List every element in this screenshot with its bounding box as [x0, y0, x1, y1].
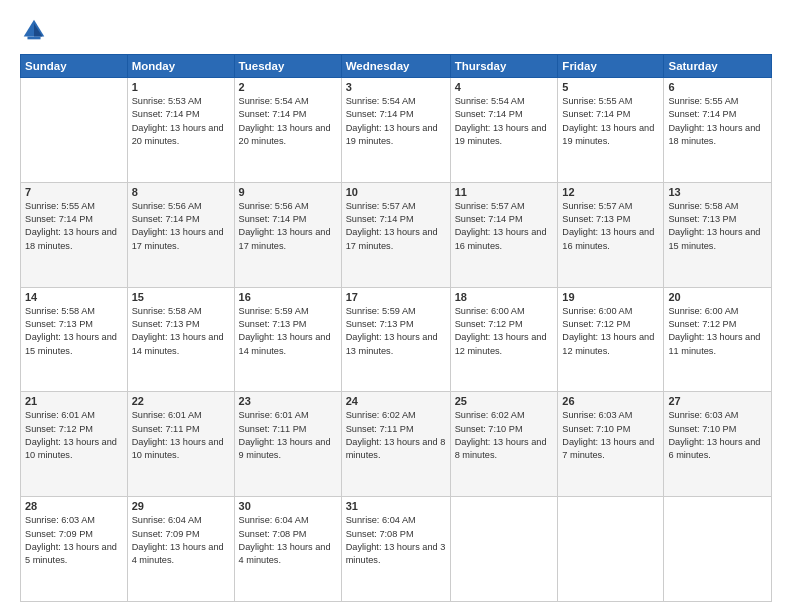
calendar-cell: 23 Sunrise: 6:01 AMSunset: 7:11 PMDaylig…	[234, 392, 341, 497]
day-number: 19	[562, 291, 659, 303]
calendar-cell: 1 Sunrise: 5:53 AMSunset: 7:14 PMDayligh…	[127, 78, 234, 183]
day-number: 13	[668, 186, 767, 198]
cell-info: Sunrise: 5:58 AMSunset: 7:13 PMDaylight:…	[668, 200, 767, 253]
cell-info: Sunrise: 5:55 AMSunset: 7:14 PMDaylight:…	[25, 200, 123, 253]
cell-info: Sunrise: 6:02 AMSunset: 7:10 PMDaylight:…	[455, 409, 554, 462]
day-number: 1	[132, 81, 230, 93]
calendar-table: SundayMondayTuesdayWednesdayThursdayFrid…	[20, 54, 772, 602]
header	[20, 16, 772, 44]
cell-info: Sunrise: 5:55 AMSunset: 7:14 PMDaylight:…	[668, 95, 767, 148]
cell-info: Sunrise: 5:54 AMSunset: 7:14 PMDaylight:…	[239, 95, 337, 148]
day-number: 3	[346, 81, 446, 93]
calendar-cell: 8 Sunrise: 5:56 AMSunset: 7:14 PMDayligh…	[127, 182, 234, 287]
day-number: 31	[346, 500, 446, 512]
day-number: 25	[455, 395, 554, 407]
calendar-cell: 30 Sunrise: 6:04 AMSunset: 7:08 PMDaylig…	[234, 497, 341, 602]
cell-info: Sunrise: 5:58 AMSunset: 7:13 PMDaylight:…	[132, 305, 230, 358]
day-number: 17	[346, 291, 446, 303]
cell-info: Sunrise: 5:56 AMSunset: 7:14 PMDaylight:…	[132, 200, 230, 253]
calendar-cell: 14 Sunrise: 5:58 AMSunset: 7:13 PMDaylig…	[21, 287, 128, 392]
day-number: 15	[132, 291, 230, 303]
week-row-2: 7 Sunrise: 5:55 AMSunset: 7:14 PMDayligh…	[21, 182, 772, 287]
day-number: 27	[668, 395, 767, 407]
calendar-cell: 2 Sunrise: 5:54 AMSunset: 7:14 PMDayligh…	[234, 78, 341, 183]
day-number: 28	[25, 500, 123, 512]
cell-info: Sunrise: 6:01 AMSunset: 7:11 PMDaylight:…	[239, 409, 337, 462]
cell-info: Sunrise: 6:04 AMSunset: 7:09 PMDaylight:…	[132, 514, 230, 567]
cell-info: Sunrise: 6:03 AMSunset: 7:10 PMDaylight:…	[668, 409, 767, 462]
day-number: 5	[562, 81, 659, 93]
calendar-cell: 25 Sunrise: 6:02 AMSunset: 7:10 PMDaylig…	[450, 392, 558, 497]
weekday-header-row: SundayMondayTuesdayWednesdayThursdayFrid…	[21, 55, 772, 78]
week-row-3: 14 Sunrise: 5:58 AMSunset: 7:13 PMDaylig…	[21, 287, 772, 392]
day-number: 9	[239, 186, 337, 198]
weekday-sunday: Sunday	[21, 55, 128, 78]
calendar-cell: 12 Sunrise: 5:57 AMSunset: 7:13 PMDaylig…	[558, 182, 664, 287]
weekday-wednesday: Wednesday	[341, 55, 450, 78]
calendar-cell: 24 Sunrise: 6:02 AMSunset: 7:11 PMDaylig…	[341, 392, 450, 497]
calendar-cell: 28 Sunrise: 6:03 AMSunset: 7:09 PMDaylig…	[21, 497, 128, 602]
logo	[20, 16, 52, 44]
cell-info: Sunrise: 6:00 AMSunset: 7:12 PMDaylight:…	[562, 305, 659, 358]
calendar-cell: 22 Sunrise: 6:01 AMSunset: 7:11 PMDaylig…	[127, 392, 234, 497]
calendar-cell	[21, 78, 128, 183]
calendar-cell: 15 Sunrise: 5:58 AMSunset: 7:13 PMDaylig…	[127, 287, 234, 392]
cell-info: Sunrise: 5:59 AMSunset: 7:13 PMDaylight:…	[239, 305, 337, 358]
calendar-cell: 4 Sunrise: 5:54 AMSunset: 7:14 PMDayligh…	[450, 78, 558, 183]
cell-info: Sunrise: 5:54 AMSunset: 7:14 PMDaylight:…	[455, 95, 554, 148]
cell-info: Sunrise: 6:00 AMSunset: 7:12 PMDaylight:…	[668, 305, 767, 358]
weekday-thursday: Thursday	[450, 55, 558, 78]
calendar-cell: 13 Sunrise: 5:58 AMSunset: 7:13 PMDaylig…	[664, 182, 772, 287]
week-row-1: 1 Sunrise: 5:53 AMSunset: 7:14 PMDayligh…	[21, 78, 772, 183]
cell-info: Sunrise: 6:00 AMSunset: 7:12 PMDaylight:…	[455, 305, 554, 358]
cell-info: Sunrise: 5:57 AMSunset: 7:13 PMDaylight:…	[562, 200, 659, 253]
day-number: 26	[562, 395, 659, 407]
cell-info: Sunrise: 6:02 AMSunset: 7:11 PMDaylight:…	[346, 409, 446, 462]
calendar-cell: 3 Sunrise: 5:54 AMSunset: 7:14 PMDayligh…	[341, 78, 450, 183]
day-number: 2	[239, 81, 337, 93]
day-number: 10	[346, 186, 446, 198]
cell-info: Sunrise: 6:03 AMSunset: 7:10 PMDaylight:…	[562, 409, 659, 462]
calendar-cell	[664, 497, 772, 602]
cell-info: Sunrise: 5:57 AMSunset: 7:14 PMDaylight:…	[346, 200, 446, 253]
day-number: 16	[239, 291, 337, 303]
day-number: 21	[25, 395, 123, 407]
calendar-cell: 19 Sunrise: 6:00 AMSunset: 7:12 PMDaylig…	[558, 287, 664, 392]
calendar-cell	[558, 497, 664, 602]
calendar-cell: 17 Sunrise: 5:59 AMSunset: 7:13 PMDaylig…	[341, 287, 450, 392]
calendar-cell: 6 Sunrise: 5:55 AMSunset: 7:14 PMDayligh…	[664, 78, 772, 183]
weekday-saturday: Saturday	[664, 55, 772, 78]
calendar-page: SundayMondayTuesdayWednesdayThursdayFrid…	[0, 0, 792, 612]
calendar-cell: 31 Sunrise: 6:04 AMSunset: 7:08 PMDaylig…	[341, 497, 450, 602]
calendar-cell: 18 Sunrise: 6:00 AMSunset: 7:12 PMDaylig…	[450, 287, 558, 392]
cell-info: Sunrise: 5:57 AMSunset: 7:14 PMDaylight:…	[455, 200, 554, 253]
weekday-tuesday: Tuesday	[234, 55, 341, 78]
week-row-4: 21 Sunrise: 6:01 AMSunset: 7:12 PMDaylig…	[21, 392, 772, 497]
weekday-monday: Monday	[127, 55, 234, 78]
cell-info: Sunrise: 6:03 AMSunset: 7:09 PMDaylight:…	[25, 514, 123, 567]
logo-icon	[20, 16, 48, 44]
calendar-cell: 20 Sunrise: 6:00 AMSunset: 7:12 PMDaylig…	[664, 287, 772, 392]
cell-info: Sunrise: 5:54 AMSunset: 7:14 PMDaylight:…	[346, 95, 446, 148]
day-number: 7	[25, 186, 123, 198]
day-number: 20	[668, 291, 767, 303]
cell-info: Sunrise: 6:01 AMSunset: 7:12 PMDaylight:…	[25, 409, 123, 462]
calendar-cell: 29 Sunrise: 6:04 AMSunset: 7:09 PMDaylig…	[127, 497, 234, 602]
day-number: 30	[239, 500, 337, 512]
cell-info: Sunrise: 5:56 AMSunset: 7:14 PMDaylight:…	[239, 200, 337, 253]
calendar-cell: 21 Sunrise: 6:01 AMSunset: 7:12 PMDaylig…	[21, 392, 128, 497]
calendar-cell: 16 Sunrise: 5:59 AMSunset: 7:13 PMDaylig…	[234, 287, 341, 392]
calendar-cell: 5 Sunrise: 5:55 AMSunset: 7:14 PMDayligh…	[558, 78, 664, 183]
day-number: 22	[132, 395, 230, 407]
day-number: 12	[562, 186, 659, 198]
weekday-friday: Friday	[558, 55, 664, 78]
day-number: 18	[455, 291, 554, 303]
calendar-cell: 27 Sunrise: 6:03 AMSunset: 7:10 PMDaylig…	[664, 392, 772, 497]
calendar-cell: 26 Sunrise: 6:03 AMSunset: 7:10 PMDaylig…	[558, 392, 664, 497]
day-number: 23	[239, 395, 337, 407]
svg-rect-2	[27, 37, 40, 40]
cell-info: Sunrise: 5:55 AMSunset: 7:14 PMDaylight:…	[562, 95, 659, 148]
day-number: 24	[346, 395, 446, 407]
day-number: 4	[455, 81, 554, 93]
cell-info: Sunrise: 6:04 AMSunset: 7:08 PMDaylight:…	[239, 514, 337, 567]
